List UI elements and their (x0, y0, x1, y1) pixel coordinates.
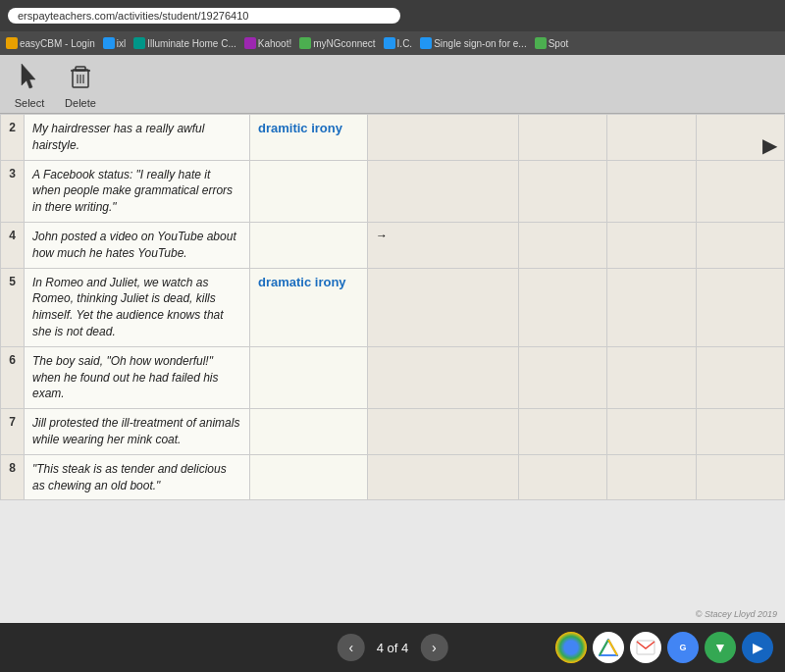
select-icon (12, 60, 47, 95)
bookmark-icon-kahoot (244, 37, 256, 49)
row-number: 7 (1, 409, 25, 455)
bookmark-easycbm[interactable]: easyCBM - Login (6, 37, 95, 49)
row-empty-col (696, 454, 784, 500)
row-empty-col (696, 222, 784, 268)
docs-icon[interactable]: G (667, 632, 699, 663)
row-text: The boy said, "Oh how wonderful!" when h… (25, 346, 250, 408)
row-empty-col (696, 160, 784, 222)
bookmark-icon-easycbm (6, 37, 18, 49)
row-empty-col (519, 160, 607, 222)
bookmark-label-kahoot: Kahoot! (258, 38, 291, 49)
row-empty-col (696, 346, 784, 408)
bookmark-ixl[interactable]: ixl (103, 37, 126, 49)
dock: G ▼ ▶ (555, 632, 785, 663)
bookmark-label-illuminate: Illuminate Home C... (147, 38, 236, 49)
taskbar: ‹ 4 of 4 › G ▼ ▶ (0, 623, 785, 672)
row-empty-col (368, 268, 519, 346)
url-bar[interactable]: erspayteachers.com/activities/student/19… (8, 8, 400, 24)
row-number: 6 (1, 346, 25, 408)
nav-controls: ‹ 4 of 4 › (338, 634, 448, 661)
bookmark-illuminate[interactable]: Illuminate Home C... (133, 37, 236, 49)
bookmark-icon-ic (384, 37, 395, 49)
row-number: 2 (1, 115, 25, 161)
row-answer[interactable] (250, 454, 368, 500)
watermark: © Stacey Lloyd 2019 (696, 609, 777, 619)
row-answer[interactable] (250, 346, 368, 408)
row-answer[interactable] (250, 160, 368, 222)
table-row: 8"This steak is as tender and delicious … (1, 454, 785, 500)
row-empty-col (519, 222, 607, 268)
delete-button[interactable]: Delete (63, 60, 98, 109)
row-empty-col (607, 160, 696, 222)
row-answer[interactable]: dramitic irony (250, 115, 368, 161)
row-empty-col (607, 115, 696, 161)
table-row: 6The boy said, "Oh how wonderful!" when … (1, 346, 785, 408)
row-empty-col (607, 268, 696, 346)
svg-line-9 (608, 640, 617, 655)
row-number: 3 (1, 160, 25, 222)
svg-line-8 (600, 640, 608, 655)
row-answer[interactable] (250, 409, 368, 455)
row-empty-col (519, 115, 607, 161)
bookmark-kahoot[interactable]: Kahoot! (244, 37, 291, 49)
row-number: 4 (1, 222, 25, 268)
bookmark-myng[interactable]: myNGconnect (299, 37, 375, 49)
row-empty-col (696, 115, 784, 161)
drive-icon[interactable] (593, 632, 624, 663)
row-empty-col (368, 160, 519, 222)
toolbar: Select Delete (0, 55, 785, 114)
bookmark-icon-myng (299, 37, 311, 49)
svg-marker-7 (600, 640, 617, 655)
row-empty-col (607, 346, 696, 408)
row-text: In Romeo and Juliet, we watch as Romeo, … (25, 268, 250, 346)
bookmark-spot[interactable]: Spot (535, 37, 569, 49)
green-app-icon[interactable]: ▼ (705, 632, 736, 663)
delete-icon (63, 60, 98, 95)
bookmark-label-myng: myNGconnect (313, 38, 375, 49)
gmail-icon[interactable] (630, 632, 661, 663)
row-number: 5 (1, 268, 25, 346)
bookmark-icon-ixl (103, 37, 115, 49)
row-answer[interactable] (250, 222, 368, 268)
row-empty-col (607, 409, 696, 455)
bookmark-label-ixl: ixl (117, 38, 126, 49)
browser-chrome: erspayteachers.com/activities/student/19… (0, 0, 785, 31)
row-text: My hairdresser has a really awful hairst… (25, 115, 250, 161)
row-empty-col (607, 222, 696, 268)
row-text: "This steak is as tender and delicious a… (25, 454, 250, 500)
bookmark-ic[interactable]: I.C. (384, 37, 413, 49)
prev-button[interactable]: ‹ (338, 634, 365, 661)
table-row: 3A Facebook status: "I really hate it wh… (1, 160, 785, 222)
next-button[interactable]: › (420, 634, 447, 661)
row-empty-col (519, 409, 607, 455)
row-empty-col (368, 346, 519, 408)
bookmarks-bar: easyCBM - Login ixl Illuminate Home C...… (0, 31, 785, 55)
row-number: 8 (1, 454, 25, 500)
table-row: 2My hairdresser has a really awful hairs… (1, 115, 785, 161)
select-button[interactable]: Select (12, 60, 47, 109)
row-text: John posted a video on YouTube about how… (25, 222, 250, 268)
bookmark-label-spot: Spot (549, 38, 569, 49)
chrome-icon[interactable] (555, 632, 587, 663)
page-indicator: 4 of 4 (377, 641, 409, 655)
row-empty-col: → (368, 222, 519, 268)
bookmark-label-sso: Single sign-on for e... (434, 38, 527, 49)
delete-label: Delete (65, 97, 96, 109)
bookmark-sso[interactable]: Single sign-on for e... (420, 37, 527, 49)
table-row: 7Jill protested the ill-treatment of ani… (1, 409, 785, 455)
blue-app-icon[interactable]: ▶ (742, 632, 773, 663)
row-empty-col (519, 454, 607, 500)
row-answer[interactable]: dramatic irony (250, 268, 368, 346)
row-empty-col (368, 454, 519, 500)
row-empty-col (696, 268, 784, 346)
row-empty-col (607, 454, 696, 500)
table-row: 5In Romeo and Juliet, we watch as Romeo,… (1, 268, 785, 346)
activity-table: 2My hairdresser has a really awful hairs… (0, 114, 785, 500)
row-empty-col (368, 115, 519, 161)
row-empty-col (519, 268, 607, 346)
bookmark-label-easycbm: easyCBM - Login (20, 38, 95, 49)
svg-rect-10 (637, 641, 654, 654)
select-label: Select (15, 97, 45, 109)
bookmark-label-ic: I.C. (397, 38, 413, 49)
row-empty-col (519, 346, 607, 408)
